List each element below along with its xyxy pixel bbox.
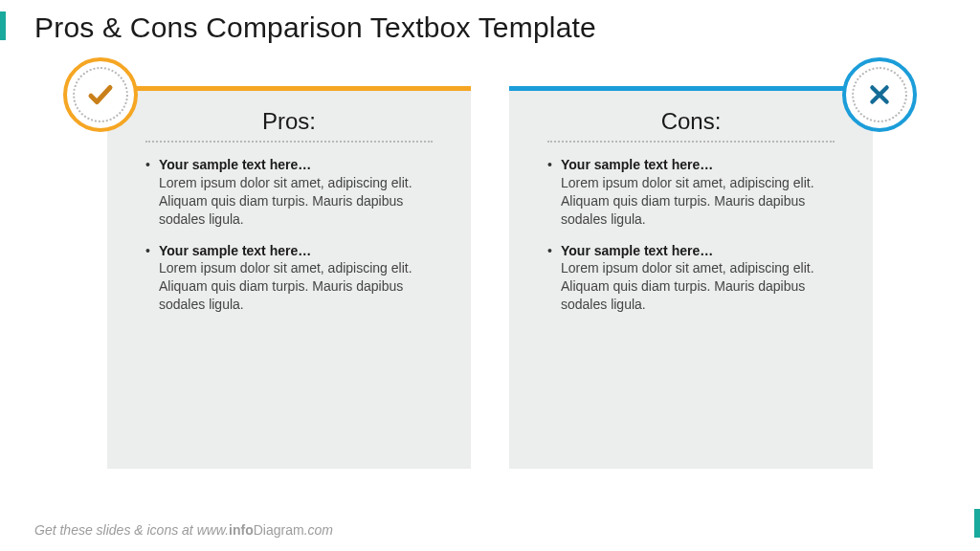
bullet-body: Lorem ipsum dolor sit amet, adipiscing e… [159, 174, 442, 229]
pros-heading: Pros: [136, 108, 442, 135]
bullet-body: Lorem ipsum dolor sit amet, adipiscing e… [159, 259, 442, 314]
pros-list: Your sample text here… Lorem ipsum dolor… [136, 156, 442, 314]
x-icon [867, 82, 892, 107]
accent-right [974, 509, 980, 538]
list-item: Your sample text here… Lorem ipsum dolor… [145, 242, 442, 315]
bullet-title: Your sample text here… [159, 242, 442, 260]
cons-list: Your sample text here… Lorem ipsum dolor… [538, 156, 844, 314]
footer-suffix: .com [304, 522, 333, 538]
footer-attribution: Get these slides & icons at www.infoDiag… [34, 522, 333, 538]
pros-panel: Pros: Your sample text here… Lorem ipsum… [107, 86, 471, 469]
list-item: Your sample text here… Lorem ipsum dolor… [145, 156, 442, 229]
cons-badge [842, 57, 917, 132]
cons-heading: Cons: [538, 108, 844, 135]
list-item: Your sample text here… Lorem ipsum dolor… [547, 242, 844, 315]
footer-brand-b: Diagram [254, 522, 304, 538]
bullet-title: Your sample text here… [159, 156, 442, 174]
pros-body: Pros: Your sample text here… Lorem ipsum… [107, 91, 471, 469]
footer-prefix: Get these slides & icons at www. [34, 522, 229, 538]
bullet-title: Your sample text here… [561, 242, 844, 260]
bullet-body: Lorem ipsum dolor sit amet, adipiscing e… [561, 259, 844, 314]
cons-body: Cons: Your sample text here… Lorem ipsum… [509, 91, 873, 469]
check-icon [86, 80, 115, 109]
cons-badge-inner [852, 67, 907, 122]
pros-badge-inner [73, 67, 128, 122]
footer-brand-a: info [229, 522, 254, 538]
pros-separator [145, 141, 433, 143]
cons-panel: Cons: Your sample text here… Lorem ipsum… [509, 86, 873, 469]
page-title: Pros & Cons Comparison Textbox Template [34, 11, 596, 44]
accent-left [0, 11, 6, 40]
bullet-body: Lorem ipsum dolor sit amet, adipiscing e… [561, 174, 844, 229]
bullet-title: Your sample text here… [561, 156, 844, 174]
cons-separator [547, 141, 835, 143]
pros-badge [63, 57, 138, 132]
list-item: Your sample text here… Lorem ipsum dolor… [547, 156, 844, 229]
panels-row: Pros: Your sample text here… Lorem ipsum… [0, 86, 980, 469]
